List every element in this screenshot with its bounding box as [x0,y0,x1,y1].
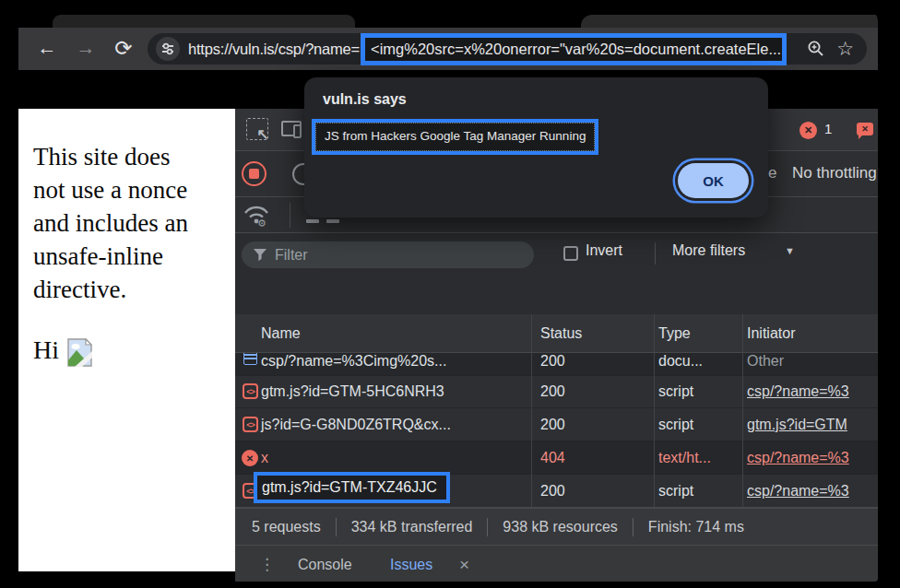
request-type: script [658,376,693,407]
error-request-icon: ✕ [242,450,258,466]
transferred-size: 334 kB transferred [351,519,473,535]
tab-issues[interactable]: Issues [390,557,432,582]
reload-icon: ⟳ [114,36,132,61]
table-row[interactable]: <> gtm.js?id=GTM-TXZ46JJC 200 script csp… [235,474,878,507]
script-icon: <> [243,417,258,432]
tab-console[interactable]: Console [298,557,352,573]
highlighted-request-annotation: gtm.js?id=GTM-TXZ46JJC [254,472,450,503]
url-prefix: https://vuln.is/csp/?name= [188,41,360,58]
reload-button[interactable]: ⟳ [110,34,137,62]
page-line: unsafe-inline [33,240,188,273]
request-type: docu... [658,353,703,375]
close-icon[interactable]: × [459,555,469,575]
column-initiator[interactable]: Initiator [747,314,795,352]
filter-placeholder: Filter [275,247,308,264]
inspect-arrow-glyph: ↖ [257,125,269,143]
finish-time: Finish: 714 ms [648,519,744,535]
initiator-link[interactable]: csp/?name=%3 [747,376,849,407]
site-controls-icon [160,41,175,56]
network-summary-bar: 5 requests 334 kB transferred 938 kB res… [235,509,878,545]
address-bar[interactable]: https://vuln.is/csp/?name= <img%20src=x%… [148,33,867,65]
device-toolbar-icon[interactable] [281,121,302,136]
initiator-link[interactable]: csp/?name=%3 [747,441,849,474]
table-row[interactable]: csp/?name=%3Cimg%20s... 200 docu... Othe… [235,353,878,375]
request-name: x [261,441,268,474]
bookmark-star-icon[interactable]: ☆ [836,40,854,58]
error-count: 1 [824,121,832,136]
request-status: 404 [540,441,565,474]
request-status: 200 [540,353,565,375]
import-har-icon[interactable] [306,219,319,223]
column-name[interactable]: Name [261,314,301,352]
ok-button[interactable]: OK [678,163,749,198]
broken-image-icon [67,338,92,367]
initiator-link[interactable]: gtm.js?id=GTM [747,408,847,441]
forward-icon: → [77,37,96,59]
inspect-element-icon[interactable]: ↖ [246,118,268,140]
resources-size: 938 kB resources [503,519,618,535]
funnel-icon [253,248,267,262]
toolbar-divider [290,203,290,228]
url-payload-annotation: <img%20src=x%20onerror="var%20s=document… [361,33,787,65]
request-name: gtm.js?id=GTM-5HC6NRH3 [261,376,444,407]
error-x-glyph: ✕ [804,124,812,136]
table-row[interactable]: <> gtm.js?id=GTM-5HC6NRH3 200 script csp… [235,375,878,407]
dialog-title: vuln.is says [323,91,407,108]
chevron-down-icon: ▼ [785,245,795,256]
greeting-row: Hi [33,334,92,367]
column-divider[interactable] [742,314,743,507]
devtools-drawer: ⋮ Console Issues × [235,545,878,582]
record-network-log-button[interactable] [242,161,266,186]
script-icon: <> [243,383,258,399]
network-conditions-icon[interactable]: ⚙ [242,202,271,228]
document-icon [243,353,257,365]
request-initiator: Other [747,353,784,375]
request-type: script [658,408,693,441]
back-button[interactable]: ← [33,34,61,62]
network-table-header: Name Status Type Initiator [235,314,878,353]
filter-row: Filter Invert More filters ▼ [235,233,878,273]
request-type: text/ht... [658,441,711,474]
filter-input[interactable]: Filter [242,241,534,268]
throttling-dropdown[interactable]: No throttling [792,164,877,182]
filter-divider [655,242,656,265]
dialog-message-annotation: JS from Hackers Google Tag Manager Runni… [312,119,598,155]
more-filters-button[interactable]: More filters [672,242,745,259]
table-row[interactable]: ✕ x 404 text/ht... csp/?name=%3 [235,441,878,474]
column-divider[interactable] [654,314,655,507]
issues-icon[interactable]: ✕ [857,123,873,135]
page-line: not use a nonce [33,173,188,206]
request-name: csp/?name=%3Cimg%20s... [261,353,446,375]
dialog-message: JS from Hackers Google Tag Manager Runni… [315,123,595,151]
export-har-icon[interactable] [326,219,339,223]
invert-checkbox[interactable] [563,246,578,261]
summary-divider [633,518,634,536]
page-content: This site does not use a nonce and inclu… [18,109,235,571]
page-paragraph: This site does not use a nonce and inclu… [33,140,188,306]
error-badge-icon[interactable]: ✕ [799,122,817,139]
column-divider[interactable] [531,314,532,507]
request-name: js?id=G-G8ND0Z6TRQ&cx... [261,408,451,441]
request-type: script [658,475,693,507]
initiator-link[interactable]: csp/?name=%3 [747,475,849,507]
column-status[interactable]: Status [540,314,582,352]
requests-count: 5 requests [252,519,321,535]
alert-dialog: vuln.is says JS from Hackers Google Tag … [304,77,768,218]
kebab-menu-icon[interactable]: ⋮ [259,555,275,574]
summary-divider [336,518,337,536]
table-row[interactable]: <> js?id=G-G8ND0Z6TRQ&cx... 200 script g… [235,407,878,441]
invert-label: Invert [586,242,622,259]
request-status: 200 [540,475,565,507]
site-settings-button[interactable] [156,37,180,61]
browser-window: ← → ⟳ https://vuln.is/csp/?name= <img%20… [18,11,878,582]
zoom-icon[interactable] [807,40,825,58]
request-status: 200 [540,376,565,407]
browser-toolbar: ← → ⟳ https://vuln.is/csp/?name= <img%20… [18,28,878,70]
greeting-text: Hi [33,334,59,367]
column-type[interactable]: Type [658,314,691,352]
summary-divider [487,518,488,536]
page-line: and includes an [33,206,188,240]
page-line: directive. [33,273,188,306]
forward-button[interactable]: → [72,34,100,62]
svg-text:⚙: ⚙ [257,218,266,228]
